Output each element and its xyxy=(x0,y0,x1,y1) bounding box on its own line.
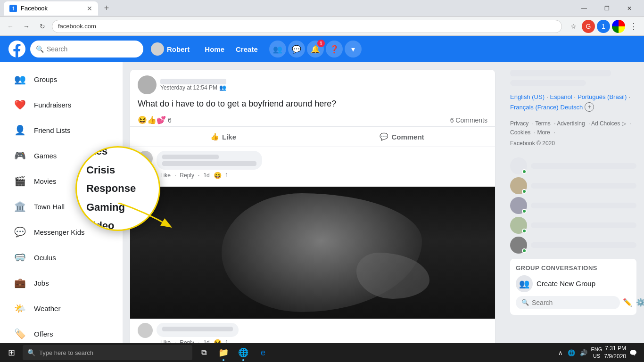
home-nav-link[interactable]: Home xyxy=(201,43,228,55)
notifications-icon-button[interactable]: 🔔 1 xyxy=(307,41,324,58)
online-friend-5[interactable] xyxy=(510,235,636,255)
terms-link[interactable]: Terms xyxy=(535,120,551,127)
facebook-favicon: f xyxy=(9,5,17,12)
post-actions: 👍 Like 💬 Comment xyxy=(130,127,495,147)
browser-tab[interactable]: f Facebook ✕ xyxy=(4,1,98,16)
privacy-link[interactable]: Privacy xyxy=(510,120,528,127)
create-new-group-button[interactable]: 👥 Create New Group xyxy=(516,275,631,292)
add-language-button[interactable]: + xyxy=(585,102,594,112)
create-new-group-label: Create New Group xyxy=(537,280,595,288)
user-profile-button[interactable]: Robert xyxy=(151,42,190,56)
address-bar[interactable]: facebook.com xyxy=(52,20,562,33)
maximize-button[interactable]: ❐ xyxy=(596,0,618,17)
like-button[interactable]: 👍 Like xyxy=(134,129,313,145)
comment-reply-action[interactable]: Reply xyxy=(180,172,194,179)
browser-titlebar: f Facebook ✕ + — ❐ ✕ xyxy=(0,0,644,17)
taskbar-notification-icon[interactable]: 🗨️ xyxy=(628,349,638,356)
sidebar-item-fundraisers[interactable]: ❤️ Fundraisers xyxy=(4,92,119,117)
sidebar-item-groups[interactable]: 👥 Groups xyxy=(4,67,119,91)
sidebar-item-jobs[interactable]: 💼 Jobs xyxy=(4,271,119,295)
create-nav-link[interactable]: Create xyxy=(232,43,262,55)
cookies-link[interactable]: Cookies xyxy=(510,129,530,136)
online-friend-4[interactable] xyxy=(510,215,636,235)
comment-bubble-2 xyxy=(157,323,239,337)
comment-reaction-count-1: 1 xyxy=(225,172,229,179)
online-friend-1[interactable] xyxy=(510,156,636,176)
taskbar-chrome[interactable]: 🌐 xyxy=(234,343,253,362)
lang-sep-3: · xyxy=(628,93,630,100)
chrome-icon[interactable] xyxy=(612,20,625,33)
user-name: Robert xyxy=(167,45,190,53)
online-friend-3[interactable] xyxy=(510,196,636,215)
comment-like-action[interactable]: Like xyxy=(160,172,171,179)
more-link[interactable]: More xyxy=(537,129,550,136)
lang-portugues[interactable]: Português (Brasil) xyxy=(578,93,627,100)
post-card: Yesterday at 12:54 PM 👥 What do i have t… xyxy=(130,70,495,362)
taskbar-date-display: 7/9/2020 xyxy=(604,353,626,361)
taskbar-volume-icon[interactable]: 🔊 xyxy=(578,349,589,356)
taskbar-apps: ⧉ 📁 🌐 e xyxy=(194,343,272,362)
windows-logo-icon: ⊞ xyxy=(8,347,15,358)
taskbar-lang-text: ENG xyxy=(591,346,602,353)
friend-avatar-2 xyxy=(510,177,527,194)
friend-avatar-5 xyxy=(510,237,527,254)
online-friend-2[interactable] xyxy=(510,176,636,196)
lang-francais[interactable]: Français (France) xyxy=(510,104,559,111)
minimize-button[interactable]: — xyxy=(573,0,595,17)
extensions-icon[interactable]: G xyxy=(582,20,595,33)
post-reactions-bar: 😆👍💕 6 6 Comments xyxy=(130,114,495,127)
lang-espanol[interactable]: Español xyxy=(550,93,572,100)
comment-count[interactable]: 6 Comments xyxy=(450,116,487,124)
bookmark-icon[interactable]: ☆ xyxy=(567,20,580,33)
refresh-button[interactable]: ↻ xyxy=(36,20,49,33)
taskbar-file-explorer[interactable]: 📁 xyxy=(214,343,233,362)
post-text: What do i have to do to get a boyfriend … xyxy=(138,98,487,110)
group-conversations-search[interactable]: 🔍 xyxy=(516,296,620,309)
advertising-link[interactable]: Advertising xyxy=(557,120,585,127)
friend-avatar-3 xyxy=(510,197,527,214)
profile-icon-1[interactable]: 1 xyxy=(597,20,610,33)
lang-deutsch[interactable]: Deutsch xyxy=(561,104,583,111)
comment-button[interactable]: 💬 Comment xyxy=(313,129,491,145)
comment-icon: 💬 xyxy=(380,132,388,141)
friend-name-placeholder-4 xyxy=(531,222,636,228)
sidebar-item-weather[interactable]: 🌤️ Weather xyxy=(4,296,119,321)
sidebar-item-offers[interactable]: 🏷️ Offers xyxy=(4,321,119,346)
taskbar-edge[interactable]: e xyxy=(254,343,272,362)
taskbar: ⊞ 🔍 Type here to search ⧉ 📁 🌐 e ∧ 🌐 🔊 EN… xyxy=(0,343,644,362)
help-icon-button[interactable]: ❓ xyxy=(326,41,343,58)
comment-meta-1: Like · Reply · 1d 😆 1 xyxy=(157,172,262,179)
magnifier-line-3: Gaming Video xyxy=(86,198,149,231)
ad-choices-link[interactable]: Ad Choices ▷ xyxy=(591,120,626,127)
online-dot-3 xyxy=(522,209,527,214)
gc-settings-icon[interactable]: ⚙️ xyxy=(636,298,644,307)
comment-bubble-1 xyxy=(157,151,262,170)
taskbar-up-arrow[interactable]: ∧ xyxy=(557,349,564,356)
groups-icon: 👥 xyxy=(11,71,28,88)
account-dropdown-button[interactable]: ▾ xyxy=(345,41,362,58)
commenter-avatar-2 xyxy=(138,323,153,338)
close-button[interactable]: ✕ xyxy=(619,0,640,17)
taskbar-network-icon[interactable]: 🌐 xyxy=(566,349,577,356)
taskbar-clock[interactable]: 7:31 PM 7/9/2020 xyxy=(604,345,626,361)
sidebar-item-oculus[interactable]: 🥽 Oculus xyxy=(4,245,119,270)
oculus-icon: 🥽 xyxy=(11,249,28,266)
start-button[interactable]: ⊞ xyxy=(2,343,21,362)
forward-button[interactable]: → xyxy=(20,20,33,33)
taskbar-taskview[interactable]: ⧉ xyxy=(194,343,213,362)
gc-compose-icon[interactable]: ✏️ xyxy=(623,298,632,307)
back-button[interactable]: ← xyxy=(4,20,17,33)
tab-close-button[interactable]: ✕ xyxy=(87,5,92,12)
like-icon: 👍 xyxy=(210,132,219,141)
taskbar-search-bar[interactable]: 🔍 Type here to search xyxy=(23,345,192,360)
menu-icon[interactable]: ⋮ xyxy=(627,20,640,33)
sidebar-item-friend-lists[interactable]: 👤 Friend Lists xyxy=(4,118,119,142)
search-input[interactable] xyxy=(47,45,132,53)
gc-search-input[interactable] xyxy=(532,299,614,306)
lang-english[interactable]: English (US) xyxy=(510,93,545,100)
facebook-search-bar[interactable]: 🔍 xyxy=(30,41,143,58)
new-tab-button[interactable]: + xyxy=(100,2,113,15)
messenger-icon-button[interactable]: 💬 xyxy=(288,41,305,58)
friends-icon-button[interactable]: 👥 xyxy=(269,41,286,58)
lang-sep-1: · xyxy=(546,93,548,100)
